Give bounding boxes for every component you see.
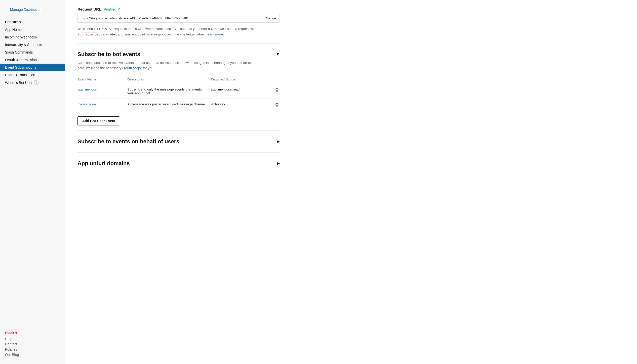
event-name-message-im: message.im: [77, 99, 127, 112]
events-table: Event Name Description Required Scope ap…: [77, 76, 280, 112]
sidebar-item-wheres-bot-user[interactable]: Where's Bot User ?: [0, 79, 65, 87]
add-bot-user-event-button[interactable]: Add Bot User Event: [77, 116, 120, 125]
footer-policies-link[interactable]: Policies: [5, 347, 60, 351]
unfurl-title: App unfurl domains: [77, 160, 130, 167]
request-url-input[interactable]: [77, 14, 261, 23]
delete-message-im-button[interactable]: [274, 102, 280, 108]
sidebar-nav: App Home Incoming Webhooks Interactivity…: [0, 26, 65, 87]
event-description-app-mention: Subscribe to only the message events tha…: [127, 84, 210, 99]
event-link-message-im[interactable]: message.im: [77, 102, 96, 106]
table-header-row: Event Name Description Required Scope: [77, 76, 280, 84]
sidebar-item-oauth-permissions[interactable]: OAuth & Permissions: [0, 56, 65, 64]
table-row: app_mention Subscribe to only the messag…: [77, 84, 280, 99]
sidebar-features-label: Features: [0, 16, 65, 26]
change-url-button[interactable]: Change: [261, 14, 280, 23]
request-url-section: Request URL Verified ✓ Change We'll send…: [77, 7, 280, 37]
user-events-title: Subscribe to events on behalf of users: [77, 138, 179, 145]
col-header-event-name: Event Name: [77, 76, 127, 84]
table-row: message.im A message was posted in a dir…: [77, 99, 280, 112]
event-name-app-mention: app_mention: [77, 84, 127, 99]
divider-1: [77, 43, 280, 43]
help-icon[interactable]: ?: [34, 80, 38, 85]
main-content: Request URL Verified ✓ Change We'll send…: [65, 0, 292, 364]
sidebar-item-user-id-translation[interactable]: User ID Translation: [0, 71, 65, 79]
bot-events-header[interactable]: Subscribe to bot events ▼: [77, 49, 280, 60]
col-header-action: [266, 76, 280, 84]
sidebar-item-event-subscriptions[interactable]: Event Subscriptions: [0, 64, 65, 71]
event-action-app-mention: [266, 84, 280, 99]
unfurl-collapse-arrow: ▶: [277, 161, 280, 166]
event-link-app-mention[interactable]: app_mention: [77, 87, 97, 91]
sidebar-item-slash-commands[interactable]: Slash Commands: [0, 49, 65, 56]
delete-app-mention-button[interactable]: [274, 87, 280, 93]
url-input-row: Change: [77, 14, 280, 23]
request-url-header: Request URL Verified ✓: [77, 7, 280, 11]
user-events-section: Subscribe to events on behalf of users ▶: [77, 136, 280, 147]
footer-contact-link[interactable]: Contact: [5, 342, 60, 346]
sidebar-item-interactivity[interactable]: Interactivity & Shortcuts: [0, 41, 65, 49]
event-scope-app-mention: app_mentions:read: [211, 84, 266, 99]
unfurl-section: App unfurl domains ▶: [77, 158, 280, 169]
event-action-message-im: [266, 99, 280, 112]
bot-events-section: Subscribe to bot events ▼ Apps can subsc…: [77, 49, 280, 125]
learn-more-link[interactable]: Learn more.: [206, 32, 224, 36]
sidebar-footer: Slack ♥ Help Contact Policies Our Blog: [0, 326, 65, 364]
sidebar-item-app-home[interactable]: App Home: [0, 26, 65, 33]
divider-2: [77, 130, 280, 131]
sidebar-item-manage-distribution[interactable]: Manage Distribution: [5, 5, 60, 14]
col-header-description: Description: [127, 76, 210, 84]
heart-icon: ♥: [15, 331, 17, 335]
request-url-label: Request URL: [77, 7, 101, 11]
footer-help-link[interactable]: Help: [5, 337, 60, 341]
user-events-collapse-arrow: ▶: [277, 139, 280, 144]
bot-events-title: Subscribe to bot events: [77, 51, 140, 58]
url-description: We'll send HTTP POST requests to this UR…: [77, 26, 259, 37]
challenge-code: challenge: [80, 32, 100, 37]
slack-link[interactable]: Slack ♥: [5, 331, 60, 335]
col-header-scope: Required Scope: [211, 76, 266, 84]
user-events-header[interactable]: Subscribe to events on behalf of users ▶: [77, 136, 280, 147]
footer-blog-link[interactable]: Our Blog: [5, 353, 60, 357]
verified-check-icon: ✓: [117, 7, 121, 11]
unfurl-header[interactable]: App unfurl domains ▶: [77, 158, 280, 169]
event-scope-message-im: im:history: [211, 99, 266, 112]
verified-badge: Verified ✓: [104, 7, 121, 11]
sidebar: Manage Distribution Features App Home In…: [0, 0, 65, 364]
oauth-scope-link[interactable]: OAuth scope: [122, 66, 142, 70]
divider-3: [77, 152, 280, 153]
bot-events-description: Apps can subscribe to receive events the…: [77, 60, 259, 71]
bot-events-collapse-arrow: ▼: [276, 52, 280, 57]
sidebar-item-incoming-webhooks[interactable]: Incoming Webhooks: [0, 33, 65, 41]
event-description-message-im: A message was posted in a direct message…: [127, 99, 210, 112]
